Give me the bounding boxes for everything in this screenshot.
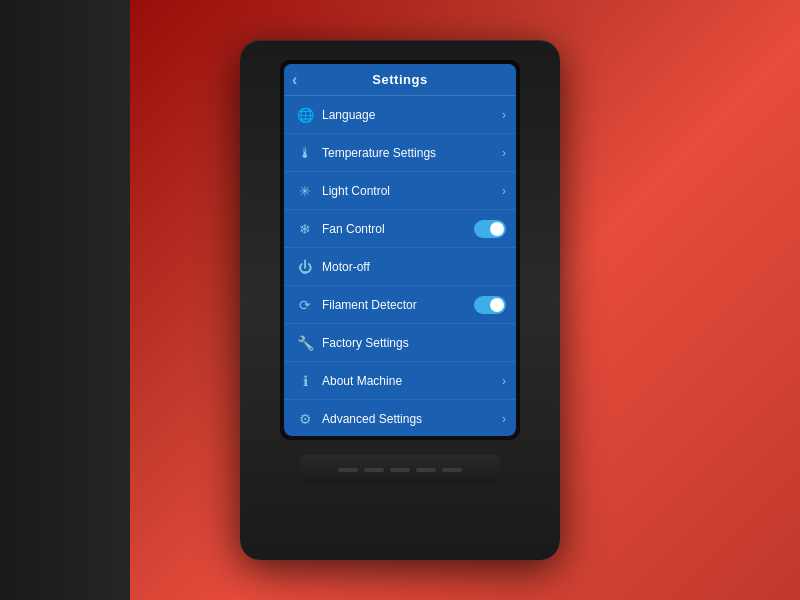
back-button[interactable]: ‹ bbox=[292, 71, 297, 89]
filament-detector-toggle[interactable] bbox=[474, 296, 506, 314]
language-label: Language bbox=[322, 108, 502, 122]
screen-bezel: ‹ Settings 🌐Language›🌡Temperature Settin… bbox=[280, 60, 520, 440]
menu-item-advanced-settings[interactable]: ⚙Advanced Settings› bbox=[284, 400, 516, 436]
screen: ‹ Settings 🌐Language›🌡Temperature Settin… bbox=[284, 64, 516, 436]
background: ‹ Settings 🌐Language›🌡Temperature Settin… bbox=[0, 0, 800, 600]
grip-line bbox=[390, 468, 410, 472]
menu-item-fan-control[interactable]: ❄Fan Control bbox=[284, 210, 516, 248]
menu-item-motor-off[interactable]: ⏻Motor-off bbox=[284, 248, 516, 286]
advanced-settings-arrow: › bbox=[502, 412, 506, 426]
motor-off-icon: ⏻ bbox=[294, 259, 316, 275]
temperature-icon: 🌡 bbox=[294, 145, 316, 161]
printer-grip bbox=[300, 455, 500, 485]
fan-control-icon: ❄ bbox=[294, 221, 316, 237]
menu-item-filament-detector[interactable]: ⟳Filament Detector bbox=[284, 286, 516, 324]
grip-line bbox=[442, 468, 462, 472]
grip-line bbox=[416, 468, 436, 472]
about-machine-icon: ℹ bbox=[294, 373, 316, 389]
menu-item-temperature[interactable]: 🌡Temperature Settings› bbox=[284, 134, 516, 172]
filament-detector-icon: ⟳ bbox=[294, 297, 316, 313]
filament-detector-label: Filament Detector bbox=[322, 298, 474, 312]
left-panel bbox=[0, 0, 130, 600]
about-machine-arrow: › bbox=[502, 374, 506, 388]
factory-settings-label: Factory Settings bbox=[322, 336, 506, 350]
advanced-settings-label: Advanced Settings bbox=[322, 412, 502, 426]
grip-line bbox=[364, 468, 384, 472]
fan-control-label: Fan Control bbox=[322, 222, 474, 236]
fan-control-toggle-knob bbox=[490, 222, 504, 236]
temperature-arrow: › bbox=[502, 146, 506, 160]
about-machine-label: About Machine bbox=[322, 374, 502, 388]
menu-list: 🌐Language›🌡Temperature Settings›✳Light C… bbox=[284, 96, 516, 436]
temperature-label: Temperature Settings bbox=[322, 146, 502, 160]
light-control-arrow: › bbox=[502, 184, 506, 198]
fan-control-toggle[interactable] bbox=[474, 220, 506, 238]
light-control-icon: ✳ bbox=[294, 183, 316, 199]
filament-detector-toggle-knob bbox=[490, 298, 504, 312]
motor-off-label: Motor-off bbox=[322, 260, 506, 274]
grip-line bbox=[338, 468, 358, 472]
menu-item-factory-settings[interactable]: 🔧Factory Settings bbox=[284, 324, 516, 362]
advanced-settings-icon: ⚙ bbox=[294, 411, 316, 427]
factory-settings-icon: 🔧 bbox=[294, 335, 316, 351]
printer-body: ‹ Settings 🌐Language›🌡Temperature Settin… bbox=[240, 40, 560, 560]
screen-title: Settings bbox=[372, 72, 427, 87]
menu-item-about-machine[interactable]: ℹAbout Machine› bbox=[284, 362, 516, 400]
screen-header: ‹ Settings bbox=[284, 64, 516, 96]
language-icon: 🌐 bbox=[294, 107, 316, 123]
menu-item-light-control[interactable]: ✳Light Control› bbox=[284, 172, 516, 210]
light-control-label: Light Control bbox=[322, 184, 502, 198]
language-arrow: › bbox=[502, 108, 506, 122]
menu-item-language[interactable]: 🌐Language› bbox=[284, 96, 516, 134]
